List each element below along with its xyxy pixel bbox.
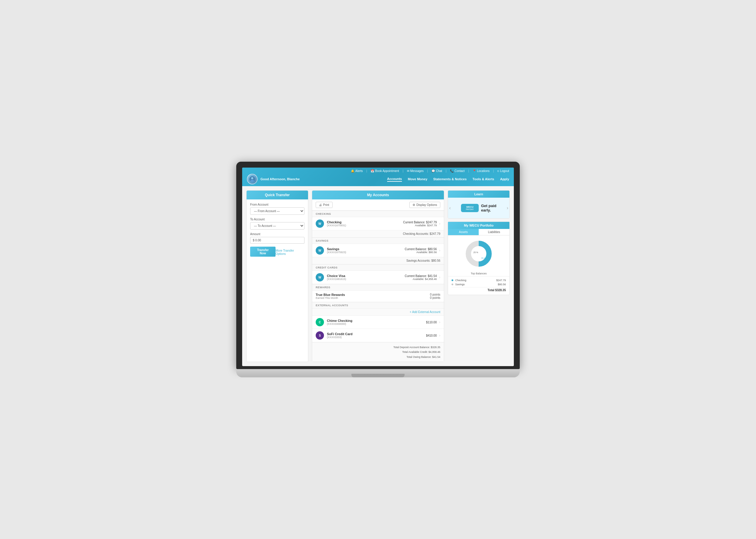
bell-icon: 🔔 (351, 169, 354, 173)
nav-menu: Accounts Move Money Statements & Notices… (387, 177, 509, 182)
sofi-icon: S (316, 331, 324, 340)
screen-bezel: 🔔 Alerts | 📅 Book Appointment | ✉ Messag… (236, 162, 520, 369)
top-bar-links: 🔔 Alerts | 📅 Book Appointment | ✉ Messag… (247, 169, 509, 174)
greeting-text: Good Afternoon, Blanche (260, 177, 300, 181)
checking-info: Checking (XXXX1675931) (327, 220, 403, 227)
credit-balance: Current Balance: $41.54 Available: $4,95… (405, 274, 437, 280)
main-content: Quick Transfer From Account — From Accou… (242, 186, 514, 366)
portfolio-panel: My WECU Portfolio Assets Liabilities (448, 222, 510, 295)
chime-account-row[interactable]: C Chime Checking (XXXX3330000) $110.00 › (312, 316, 444, 329)
chat-icon: 💬 (431, 169, 435, 173)
chime-arrow-icon: › (439, 320, 440, 324)
top-bar-main: Good Afternoon, Blanche Accounts Move Mo… (247, 174, 509, 186)
user-greeting: Good Afternoon, Blanche (247, 174, 300, 185)
rewards-points: 0 points 0 points (430, 293, 440, 299)
sofi-arrow-icon: › (439, 333, 440, 338)
checking-name: Checking (327, 220, 403, 224)
avatar (247, 174, 257, 185)
to-account-select[interactable]: — To Account — (250, 222, 305, 230)
print-button[interactable]: 🖨 Print (316, 202, 332, 208)
my-accounts-header: My Accounts (312, 191, 444, 199)
nav-move-money[interactable]: Move Money (408, 177, 427, 182)
nav-apply[interactable]: Apply (500, 177, 509, 182)
chime-balance: $110.00 (426, 321, 437, 324)
sofi-name: SoFi Credit Card (327, 332, 426, 336)
messages-link[interactable]: ✉ Messages (407, 169, 424, 173)
savings-info: Savings (XXXX1675923) (327, 247, 405, 254)
right-panel: Learn ‹ WECU PAYDAY Get paid early. (448, 190, 510, 362)
learn-content: ‹ WECU PAYDAY Get paid early. (448, 198, 510, 218)
from-account-select[interactable]: — From Account — (250, 207, 305, 215)
chime-icon: C (316, 318, 324, 326)
quick-transfer-panel: Quick Transfer From Account — From Accou… (246, 190, 308, 362)
tab-assets[interactable]: Assets (448, 229, 479, 235)
logout-icon: ⎋ (497, 169, 499, 173)
alerts-link[interactable]: 🔔 Alerts (351, 169, 363, 173)
laptop-base (236, 369, 520, 377)
learn-panel: Learn ‹ WECU PAYDAY Get paid early. (448, 190, 510, 219)
external-toolbar: + Add External Account (312, 309, 444, 316)
totals-section: Total Deposit Account Balance: $328.35 T… (312, 342, 444, 362)
credit-number: (XXXX1681615) (327, 277, 405, 280)
credit-account-row[interactable]: W Choice Visa (XXXX1681615) Current Bala… (312, 271, 444, 284)
donut-label: Top Balances (448, 272, 510, 276)
portfolio-balances: Checking $247.79 Savings $80.56 (448, 276, 510, 295)
chime-name: Chime Checking (327, 319, 426, 323)
sofi-number: (XXXX3333) (327, 336, 426, 339)
chat-link[interactable]: 💬 Chat (431, 169, 442, 173)
accounts-toolbar: 🖨 Print ⚙ Display Options (312, 199, 444, 211)
tab-liabilities[interactable]: Liabilities (479, 229, 510, 235)
sofi-balance: $410.00 (426, 334, 437, 337)
nav-accounts[interactable]: Accounts (387, 177, 402, 182)
credit-name: Choice Visa (327, 274, 405, 277)
logout-link[interactable]: ⎋ Logout (497, 169, 509, 173)
nav-tools[interactable]: Tools & Alerts (472, 177, 494, 182)
savings-name: Savings (327, 247, 405, 251)
laptop-shell: 🔔 Alerts | 📅 Book Appointment | ✉ Messag… (236, 162, 520, 377)
external-section-header: EXTERNAL ACCOUNTS (312, 302, 444, 309)
checking-subtotal: Checking Accounts: $247.79 (312, 230, 444, 238)
my-accounts-panel: My Accounts 🖨 Print ⚙ Display Options CH… (312, 190, 444, 362)
learn-prev-button[interactable]: ‹ (449, 205, 451, 211)
credit-info: Choice Visa (XXXX1681615) (327, 274, 405, 280)
more-transfer-link[interactable]: More Transfer Options (275, 249, 305, 256)
display-options-button[interactable]: ⚙ Display Options (409, 202, 440, 208)
book-appointment-link[interactable]: 📅 Book Appointment (371, 169, 399, 173)
savings-icon: W (316, 246, 324, 255)
pin-icon: 📍 (472, 169, 476, 173)
donut-container: 25 % 75 % (448, 235, 510, 272)
phone-icon: 📞 (450, 169, 454, 173)
checking-section-header: CHECKING (312, 211, 444, 217)
rewards-sub: Earned This Month (316, 296, 430, 299)
amount-input[interactable] (250, 237, 305, 244)
savings-subtotal: Savings Accounts: $80.56 (312, 257, 444, 264)
checking-icon: W (316, 219, 324, 228)
learn-header: Learn (448, 191, 510, 198)
locations-link[interactable]: 📍 Locations (472, 169, 490, 173)
gear-icon: ⚙ (413, 203, 415, 206)
add-external-button[interactable]: + Add External Account (410, 310, 440, 314)
transfer-now-button[interactable]: Transfer Now (250, 247, 275, 257)
checking-indicator (451, 279, 453, 281)
checking-number: (XXXX1675931) (327, 224, 403, 227)
learn-ad-text: Get paid early. (481, 203, 497, 212)
sofi-account-row[interactable]: S SoFi Credit Card (XXXX3333) $410.00 › (312, 329, 444, 342)
screen: 🔔 Alerts | 📅 Book Appointment | ✉ Messag… (242, 168, 514, 366)
savings-account-row[interactable]: W Savings (XXXX1675923) Current Balance:… (312, 244, 444, 257)
credit-section-header: CREDIT CARDS (312, 264, 444, 271)
chime-number: (XXXX3330000) (327, 323, 426, 325)
balance-item-savings: Savings $80.56 (451, 282, 506, 286)
balance-total: Total $328.35 (451, 287, 506, 293)
contact-link[interactable]: 📞 Contact (450, 169, 464, 173)
portfolio-donut-chart: 25 % 75 % (464, 239, 494, 269)
savings-section-header: SAVINGS (312, 238, 444, 244)
credit-arrow-icon: › (439, 275, 440, 279)
rewards-section-header: REWARDS (312, 284, 444, 291)
top-bar: 🔔 Alerts | 📅 Book Appointment | ✉ Messag… (242, 168, 514, 186)
svg-text:75 %: 75 % (481, 257, 486, 259)
learn-next-button[interactable]: › (507, 205, 508, 211)
quick-transfer-body: From Account — From Account — To Account… (246, 199, 308, 260)
checking-account-row[interactable]: W Checking (XXXX1675931) Current Balance… (312, 217, 444, 230)
nav-statements[interactable]: Statements & Notices (433, 177, 467, 182)
envelope-icon: ✉ (407, 169, 409, 173)
